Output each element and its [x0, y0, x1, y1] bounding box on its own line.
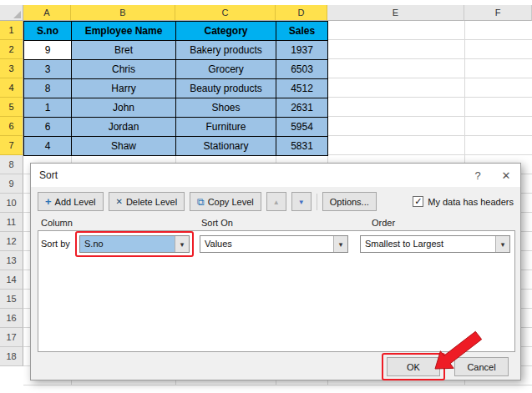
close-button[interactable]: ✕ — [492, 164, 520, 187]
plus-icon — [45, 196, 52, 207]
header-cell-category[interactable]: Category — [176, 22, 276, 41]
row-header-13[interactable]: 13 — [0, 251, 23, 270]
header-cell-sales[interactable]: Sales — [276, 22, 328, 41]
column-header-f[interactable]: F — [464, 5, 532, 21]
move-up-button[interactable] — [266, 192, 286, 211]
sort-on-dropdown[interactable]: Values — [200, 235, 348, 253]
options-label: Options... — [330, 197, 369, 207]
row-header-5[interactable]: 5 — [0, 98, 23, 117]
row-header-3[interactable]: 3 — [0, 59, 23, 78]
cell[interactable]: Shoes — [176, 98, 276, 118]
copy-level-button[interactable]: Copy Level — [190, 192, 261, 211]
row-header-4[interactable]: 4 — [0, 78, 23, 98]
cell[interactable]: Stationary — [176, 137, 276, 156]
row-header-12[interactable]: 12 — [0, 232, 23, 251]
delete-level-button[interactable]: Delete Level — [109, 192, 185, 211]
cell[interactable]: 9 — [24, 41, 72, 60]
header-cell-sno[interactable]: S.no — [24, 22, 72, 41]
checkbox-label: My data has headers — [428, 197, 514, 207]
cell[interactable]: 5954 — [276, 118, 328, 137]
table-row: 1 John Shoes 2631 — [24, 98, 328, 118]
toolbar-divider — [317, 194, 317, 210]
cell[interactable]: Bakery products — [176, 41, 276, 60]
cell[interactable]: Harry — [72, 79, 176, 98]
sort-by-column-dropdown[interactable]: S.no — [79, 235, 190, 253]
header-cell-employee[interactable]: Employee Name — [72, 22, 176, 41]
row-header-17[interactable]: 17 — [0, 328, 23, 347]
cell[interactable]: 5831 — [276, 137, 328, 156]
table-header-row: S.no Employee Name Category Sales — [24, 22, 328, 41]
chevron-down-icon[interactable] — [333, 236, 347, 252]
close-icon: ✕ — [502, 169, 511, 182]
row-header-11[interactable]: 11 — [0, 213, 23, 232]
row-header-8[interactable]: 8 — [0, 155, 23, 174]
move-down-button[interactable] — [291, 192, 312, 211]
data-table: S.no Employee Name Category Sales 9 Bret… — [23, 21, 328, 156]
sort-on-value: Values — [200, 236, 333, 252]
column-header-c[interactable]: C — [175, 5, 276, 21]
help-button[interactable]: ? — [464, 164, 492, 187]
x-icon — [116, 197, 123, 206]
cell[interactable]: 6503 — [276, 60, 328, 79]
delete-level-label: Delete Level — [126, 197, 177, 207]
add-level-button[interactable]: Add Level — [38, 192, 104, 211]
column-section-label: Column — [41, 218, 73, 228]
cell[interactable]: 1937 — [276, 41, 328, 60]
cell[interactable]: 3 — [24, 60, 72, 79]
table-row: 3 Chris Grocery 6503 — [24, 60, 328, 79]
cell[interactable]: 6 — [24, 118, 72, 137]
cell[interactable]: 2631 — [276, 98, 328, 118]
my-data-has-headers-checkbox[interactable]: My data has headers — [413, 196, 514, 207]
cell[interactable]: Grocery — [176, 60, 276, 79]
row-header-15[interactable]: 15 — [0, 290, 23, 309]
checkmark-icon — [413, 196, 423, 207]
cell[interactable]: 4512 — [276, 79, 328, 98]
row-header-7[interactable]: 7 — [0, 136, 23, 155]
cell[interactable]: Beauty products — [176, 79, 276, 98]
copy-icon — [197, 197, 205, 207]
sort-dialog: Sort ? ✕ Add Level Delete Level Copy Lev… — [30, 163, 521, 380]
cell[interactable]: 4 — [24, 137, 72, 156]
row-header-16[interactable]: 16 — [0, 309, 23, 328]
row-header-6[interactable]: 6 — [0, 117, 23, 136]
cell[interactable]: John — [72, 98, 176, 118]
chevron-down-icon[interactable] — [495, 236, 509, 252]
column-header-b[interactable]: B — [71, 5, 175, 21]
cell[interactable]: Jordan — [72, 118, 176, 137]
order-dropdown[interactable]: Smallest to Largest — [360, 235, 510, 253]
table-row: 9 Bret Bakery products 1937 — [24, 41, 328, 60]
add-level-label: Add Level — [55, 197, 96, 207]
row-header-9[interactable]: 9 — [0, 174, 23, 194]
row-header-2[interactable]: 2 — [0, 40, 23, 59]
row-header-18[interactable]: 18 — [0, 347, 23, 366]
cell[interactable]: Chris — [72, 60, 176, 79]
dialog-titlebar: Sort ? ✕ — [31, 164, 520, 187]
ok-button[interactable]: OK — [387, 357, 440, 376]
dialog-title: Sort — [39, 169, 464, 181]
cell[interactable]: Furniture — [176, 118, 276, 137]
row-header-14[interactable]: 14 — [0, 270, 23, 290]
cell[interactable]: 1 — [24, 98, 72, 118]
column-header-d[interactable]: D — [276, 5, 327, 21]
options-button[interactable]: Options... — [322, 192, 377, 211]
select-all-corner[interactable] — [0, 5, 23, 21]
help-icon: ? — [474, 169, 480, 182]
cell[interactable]: Shaw — [72, 137, 176, 156]
dialog-toolbar: Add Level Delete Level Copy Level Option… — [38, 192, 514, 211]
cell[interactable]: Bret — [72, 41, 176, 60]
chevron-down-icon[interactable] — [175, 236, 189, 252]
table-row: 8 Harry Beauty products 4512 — [24, 79, 328, 98]
row-header-10[interactable]: 10 — [0, 194, 23, 213]
column-header-a[interactable]: A — [23, 5, 71, 21]
copy-level-label: Copy Level — [208, 197, 254, 207]
cell[interactable]: 8 — [24, 79, 72, 98]
sort-by-label: Sort by — [41, 239, 70, 249]
table-row: 6 Jordan Furniture 5954 — [24, 118, 328, 137]
cancel-button[interactable]: Cancel — [454, 357, 509, 376]
row-header-1[interactable]: 1 — [0, 21, 23, 40]
order-value: Smallest to Largest — [361, 236, 495, 252]
sort-by-column-value: S.no — [80, 236, 175, 252]
arrow-down-icon — [298, 197, 305, 206]
column-header-e[interactable]: E — [327, 5, 464, 21]
table-row: 4 Shaw Stationary 5831 — [24, 137, 328, 156]
